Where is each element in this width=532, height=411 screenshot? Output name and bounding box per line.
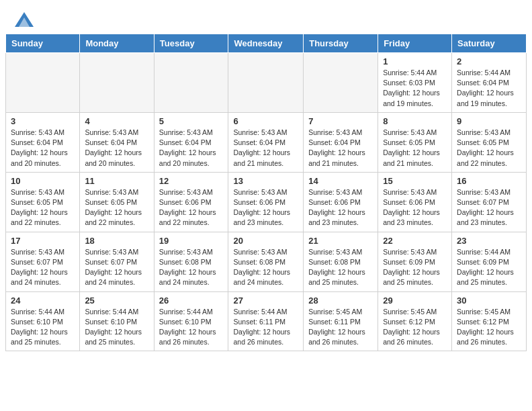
day-number: 14 bbox=[308, 176, 373, 186]
day-info: Sunrise: 5:43 AMSunset: 6:07 PMDaylight:… bbox=[457, 187, 521, 228]
day-number: 17 bbox=[11, 236, 75, 246]
calendar-cell: 22Sunrise: 5:43 AMSunset: 6:09 PMDayligh… bbox=[378, 232, 452, 291]
day-info: Sunrise: 5:44 AMSunset: 6:03 PMDaylight:… bbox=[383, 68, 447, 109]
calendar-cell: 13Sunrise: 5:43 AMSunset: 6:06 PMDayligh… bbox=[228, 172, 304, 232]
day-info: Sunrise: 5:43 AMSunset: 6:05 PMDaylight:… bbox=[11, 187, 75, 228]
day-number: 5 bbox=[159, 116, 224, 126]
day-number: 25 bbox=[85, 295, 148, 306]
day-info: Sunrise: 5:43 AMSunset: 6:07 PMDaylight:… bbox=[11, 247, 75, 288]
calendar-cell: 18Sunrise: 5:43 AMSunset: 6:07 PMDayligh… bbox=[80, 232, 154, 291]
calendar-cell: 26Sunrise: 5:44 AMSunset: 6:10 PMDayligh… bbox=[154, 291, 228, 351]
week-row-1: 1Sunrise: 5:44 AMSunset: 6:03 PMDaylight… bbox=[6, 53, 527, 113]
day-info: Sunrise: 5:44 AMSunset: 6:10 PMDaylight:… bbox=[11, 307, 75, 348]
calendar-cell: 5Sunrise: 5:43 AMSunset: 6:04 PMDaylight… bbox=[154, 112, 228, 172]
day-number: 21 bbox=[308, 236, 373, 246]
calendar-cell: 17Sunrise: 5:43 AMSunset: 6:07 PMDayligh… bbox=[6, 232, 80, 291]
weekday-header-row: SundayMondayTuesdayWednesdayThursdayFrid… bbox=[6, 34, 527, 53]
calendar-cell bbox=[304, 53, 378, 113]
day-number: 28 bbox=[308, 295, 373, 306]
calendar-cell: 11Sunrise: 5:43 AMSunset: 6:05 PMDayligh… bbox=[80, 172, 154, 232]
day-info: Sunrise: 5:44 AMSunset: 6:04 PMDaylight:… bbox=[457, 68, 521, 109]
calendar-cell bbox=[80, 53, 154, 113]
day-info: Sunrise: 5:43 AMSunset: 6:06 PMDaylight:… bbox=[308, 187, 373, 228]
calendar-cell: 3Sunrise: 5:43 AMSunset: 6:04 PMDaylight… bbox=[6, 112, 80, 172]
calendar-cell: 24Sunrise: 5:44 AMSunset: 6:10 PMDayligh… bbox=[6, 291, 80, 351]
day-number: 4 bbox=[85, 116, 148, 126]
weekday-header-saturday: Saturday bbox=[452, 34, 527, 53]
day-info: Sunrise: 5:43 AMSunset: 6:05 PMDaylight:… bbox=[383, 128, 447, 169]
day-number: 6 bbox=[233, 116, 298, 126]
day-number: 9 bbox=[457, 116, 521, 126]
day-info: Sunrise: 5:43 AMSunset: 6:07 PMDaylight:… bbox=[85, 247, 148, 288]
calendar-cell: 25Sunrise: 5:44 AMSunset: 6:10 PMDayligh… bbox=[80, 291, 154, 351]
day-number: 7 bbox=[308, 116, 373, 126]
calendar-cell: 20Sunrise: 5:43 AMSunset: 6:08 PMDayligh… bbox=[228, 232, 304, 291]
day-info: Sunrise: 5:43 AMSunset: 6:08 PMDaylight:… bbox=[159, 247, 224, 288]
day-number: 3 bbox=[11, 116, 75, 126]
weekday-header-sunday: Sunday bbox=[6, 34, 80, 53]
day-number: 12 bbox=[159, 176, 224, 186]
day-number: 10 bbox=[11, 176, 75, 186]
day-number: 2 bbox=[457, 56, 521, 66]
calendar-wrapper: SundayMondayTuesdayWednesdayThursdayFrid… bbox=[0, 34, 532, 357]
day-info: Sunrise: 5:43 AMSunset: 6:09 PMDaylight:… bbox=[383, 247, 447, 288]
day-number: 15 bbox=[383, 176, 447, 186]
calendar-cell: 8Sunrise: 5:43 AMSunset: 6:05 PMDaylight… bbox=[378, 112, 452, 172]
day-number: 1 bbox=[383, 56, 447, 66]
day-info: Sunrise: 5:43 AMSunset: 6:05 PMDaylight:… bbox=[457, 128, 521, 169]
day-number: 26 bbox=[159, 295, 224, 306]
calendar-cell: 12Sunrise: 5:43 AMSunset: 6:06 PMDayligh… bbox=[154, 172, 228, 232]
calendar-cell: 4Sunrise: 5:43 AMSunset: 6:04 PMDaylight… bbox=[80, 112, 154, 172]
day-info: Sunrise: 5:43 AMSunset: 6:06 PMDaylight:… bbox=[233, 187, 298, 228]
weekday-header-monday: Monday bbox=[80, 34, 154, 53]
day-number: 8 bbox=[383, 116, 447, 126]
day-info: Sunrise: 5:43 AMSunset: 6:08 PMDaylight:… bbox=[308, 247, 373, 288]
calendar-cell: 6Sunrise: 5:43 AMSunset: 6:04 PMDaylight… bbox=[228, 112, 304, 172]
day-info: Sunrise: 5:43 AMSunset: 6:04 PMDaylight:… bbox=[85, 128, 148, 169]
day-info: Sunrise: 5:43 AMSunset: 6:05 PMDaylight:… bbox=[85, 187, 148, 228]
day-number: 16 bbox=[457, 176, 521, 186]
week-row-4: 17Sunrise: 5:43 AMSunset: 6:07 PMDayligh… bbox=[6, 232, 527, 291]
calendar-cell: 9Sunrise: 5:43 AMSunset: 6:05 PMDaylight… bbox=[452, 112, 527, 172]
page-header bbox=[0, 0, 532, 34]
calendar-cell: 16Sunrise: 5:43 AMSunset: 6:07 PMDayligh… bbox=[452, 172, 527, 232]
day-info: Sunrise: 5:43 AMSunset: 6:04 PMDaylight:… bbox=[233, 128, 298, 169]
day-number: 24 bbox=[11, 295, 75, 306]
calendar-cell: 27Sunrise: 5:44 AMSunset: 6:11 PMDayligh… bbox=[228, 291, 304, 351]
day-info: Sunrise: 5:44 AMSunset: 6:11 PMDaylight:… bbox=[233, 307, 298, 348]
weekday-header-tuesday: Tuesday bbox=[154, 34, 228, 53]
calendar-cell: 10Sunrise: 5:43 AMSunset: 6:05 PMDayligh… bbox=[6, 172, 80, 232]
day-number: 29 bbox=[383, 295, 447, 306]
day-number: 20 bbox=[233, 236, 298, 246]
day-info: Sunrise: 5:43 AMSunset: 6:06 PMDaylight:… bbox=[383, 187, 447, 228]
day-number: 22 bbox=[383, 236, 447, 246]
calendar-cell: 7Sunrise: 5:43 AMSunset: 6:04 PMDaylight… bbox=[304, 112, 378, 172]
calendar-cell: 30Sunrise: 5:45 AMSunset: 6:12 PMDayligh… bbox=[452, 291, 527, 351]
day-number: 30 bbox=[457, 295, 521, 306]
day-number: 23 bbox=[457, 236, 521, 246]
day-info: Sunrise: 5:43 AMSunset: 6:08 PMDaylight:… bbox=[233, 247, 298, 288]
logo-icon bbox=[15, 12, 34, 27]
day-info: Sunrise: 5:44 AMSunset: 6:10 PMDaylight:… bbox=[85, 307, 148, 348]
calendar-cell: 14Sunrise: 5:43 AMSunset: 6:06 PMDayligh… bbox=[304, 172, 378, 232]
day-number: 27 bbox=[233, 295, 298, 306]
day-number: 18 bbox=[85, 236, 148, 246]
day-number: 11 bbox=[85, 176, 148, 186]
calendar-table: SundayMondayTuesdayWednesdayThursdayFrid… bbox=[5, 34, 527, 351]
day-number: 13 bbox=[233, 176, 298, 186]
week-row-5: 24Sunrise: 5:44 AMSunset: 6:10 PMDayligh… bbox=[6, 291, 527, 351]
calendar-cell: 19Sunrise: 5:43 AMSunset: 6:08 PMDayligh… bbox=[154, 232, 228, 291]
day-info: Sunrise: 5:44 AMSunset: 6:10 PMDaylight:… bbox=[159, 307, 224, 348]
day-info: Sunrise: 5:43 AMSunset: 6:04 PMDaylight:… bbox=[159, 128, 224, 169]
day-info: Sunrise: 5:45 AMSunset: 6:12 PMDaylight:… bbox=[383, 307, 447, 348]
calendar-cell: 29Sunrise: 5:45 AMSunset: 6:12 PMDayligh… bbox=[378, 291, 452, 351]
week-row-3: 10Sunrise: 5:43 AMSunset: 6:05 PMDayligh… bbox=[6, 172, 527, 232]
day-info: Sunrise: 5:44 AMSunset: 6:09 PMDaylight:… bbox=[457, 247, 521, 288]
calendar-cell: 21Sunrise: 5:43 AMSunset: 6:08 PMDayligh… bbox=[304, 232, 378, 291]
day-info: Sunrise: 5:45 AMSunset: 6:11 PMDaylight:… bbox=[308, 307, 373, 348]
day-info: Sunrise: 5:43 AMSunset: 6:04 PMDaylight:… bbox=[308, 128, 373, 169]
calendar-cell: 28Sunrise: 5:45 AMSunset: 6:11 PMDayligh… bbox=[304, 291, 378, 351]
calendar-cell: 23Sunrise: 5:44 AMSunset: 6:09 PMDayligh… bbox=[452, 232, 527, 291]
weekday-header-wednesday: Wednesday bbox=[228, 34, 304, 53]
day-info: Sunrise: 5:43 AMSunset: 6:06 PMDaylight:… bbox=[159, 187, 224, 228]
